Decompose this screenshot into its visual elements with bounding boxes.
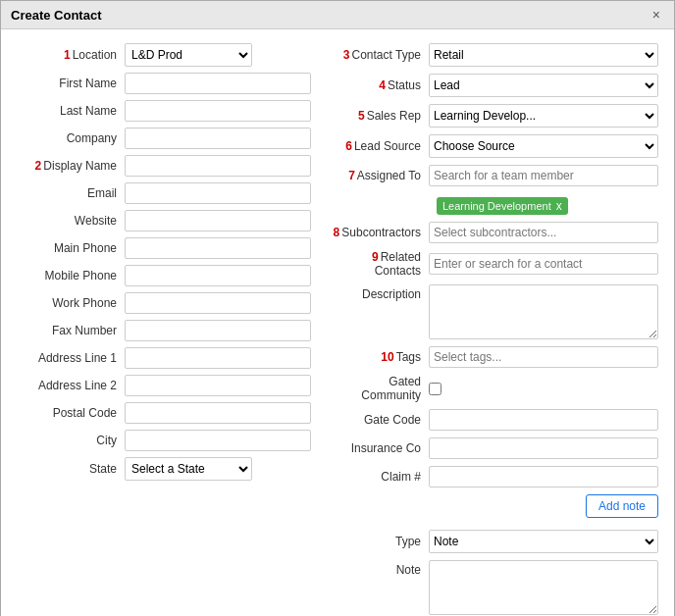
last-name-row: Last Name (17, 100, 311, 122)
website-input[interactable] (125, 210, 311, 231)
assigned-to-label: 7Assigned To (331, 169, 429, 182)
gate-code-input[interactable] (429, 409, 658, 431)
status-select[interactable]: Lead Active Inactive (429, 74, 658, 97)
step2-badge: 2 (35, 159, 42, 173)
step8-badge: 8 (334, 226, 340, 239)
company-label: Company (17, 131, 125, 145)
website-label: Website (17, 214, 125, 228)
gate-code-label: Gate Code (331, 413, 429, 427)
main-phone-input[interactable] (125, 237, 311, 259)
close-button[interactable]: × (649, 7, 664, 23)
add-note-container: Add note (331, 494, 658, 524)
website-row: Website (17, 210, 311, 231)
lead-source-row: 6Lead Source Choose Source Web Referral (331, 134, 658, 158)
subcontractors-row: 8Subcontractors (331, 222, 658, 243)
address2-input[interactable] (125, 375, 311, 396)
type-select[interactable]: Note Call Email (429, 530, 658, 553)
sales-rep-row: 5Sales Rep Learning Develop... Other (331, 104, 658, 128)
postal-code-input[interactable] (125, 402, 311, 424)
fax-number-label: Fax Number (17, 324, 125, 337)
address2-label: Address Line 2 (17, 379, 125, 392)
postal-code-label: Postal Code (17, 406, 125, 420)
add-note-button[interactable]: Add note (586, 494, 658, 518)
fax-number-row: Fax Number (17, 320, 311, 341)
subcontractors-input[interactable] (429, 222, 658, 243)
step5-badge: 5 (358, 109, 365, 123)
tags-row: 10Tags (331, 346, 658, 368)
note-textarea[interactable] (429, 560, 658, 615)
assigned-to-row: 7Assigned To (331, 165, 658, 186)
main-phone-row: Main Phone (17, 237, 311, 259)
gated-community-checkbox[interactable] (429, 383, 441, 395)
city-input[interactable] (125, 430, 311, 451)
description-textarea[interactable] (429, 284, 658, 339)
display-name-input[interactable] (125, 155, 311, 177)
address2-row: Address Line 2 (17, 375, 311, 396)
step1-badge: 1 (64, 48, 71, 62)
sales-rep-label: 5Sales Rep (331, 109, 429, 123)
tags-label: 10Tags (331, 350, 429, 364)
lead-source-label: 6Lead Source (331, 139, 429, 153)
contact-type-select[interactable]: Retail Commercial Other (429, 43, 658, 67)
tags-input[interactable] (429, 346, 658, 368)
display-name-label: 2Display Name (17, 159, 125, 173)
location-label: 1Location (17, 48, 125, 62)
mobile-phone-label: Mobile Phone (17, 269, 125, 282)
insurance-co-input[interactable] (429, 437, 658, 459)
step10-badge: 10 (381, 350, 393, 364)
create-contact-dialog: Create Contact × 1Location L&D Prod Opti… (0, 0, 675, 616)
postal-code-row: Postal Code (17, 402, 311, 424)
fax-number-input[interactable] (125, 320, 311, 341)
description-label: Description (331, 284, 429, 301)
assigned-tag-remove[interactable]: x (556, 199, 562, 213)
assigned-to-input[interactable] (429, 165, 658, 186)
assigned-tag-label: Learning Development (442, 200, 551, 212)
related-contacts-label: 9Related Contacts (331, 250, 429, 278)
email-row: Email (17, 182, 311, 204)
dialog-body: 1Location L&D Prod Option 2 First Name L… (1, 29, 674, 616)
work-phone-label: Work Phone (17, 296, 125, 310)
last-name-input[interactable] (125, 100, 311, 122)
description-row: Description (331, 284, 658, 339)
mobile-phone-input[interactable] (125, 265, 311, 286)
right-column: 3Contact Type Retail Commercial Other 4S… (331, 43, 658, 616)
address1-input[interactable] (125, 347, 311, 369)
work-phone-row: Work Phone (17, 292, 311, 314)
company-row: Company (17, 128, 311, 149)
address1-label: Address Line 1 (17, 351, 125, 365)
step4-badge: 4 (379, 78, 386, 92)
claim-input[interactable] (429, 466, 658, 488)
related-contacts-input[interactable] (429, 253, 658, 275)
first-name-input[interactable] (125, 73, 311, 94)
step3-badge: 3 (343, 48, 350, 62)
claim-label: Claim # (331, 470, 429, 484)
email-label: Email (17, 186, 125, 200)
step6-badge: 6 (345, 139, 352, 153)
status-label: 4Status (331, 78, 429, 92)
city-row: City (17, 430, 311, 451)
sales-rep-select[interactable]: Learning Develop... Other (429, 104, 658, 128)
lead-source-select[interactable]: Choose Source Web Referral (429, 134, 658, 158)
mobile-phone-row: Mobile Phone (17, 265, 311, 286)
state-label: State (17, 462, 125, 476)
assigned-tag-container: Learning Development x (331, 193, 658, 215)
claim-row: Claim # (331, 466, 658, 488)
city-label: City (17, 434, 125, 447)
note-row: Note (331, 560, 658, 615)
email-input[interactable] (125, 182, 311, 204)
status-row: 4Status Lead Active Inactive (331, 74, 658, 97)
note-label: Note (331, 560, 429, 577)
related-contacts-row: 9Related Contacts (331, 250, 658, 278)
gated-community-label: Gated Community (331, 375, 429, 402)
state-select[interactable]: Select a State Alabama California (125, 457, 252, 481)
step9-badge: 9 (372, 250, 379, 264)
state-row: State Select a State Alabama California (17, 457, 311, 481)
gated-community-row: Gated Community (331, 375, 658, 402)
subcontractors-label: 8Subcontractors (331, 226, 429, 239)
insurance-co-row: Insurance Co (331, 437, 658, 459)
work-phone-input[interactable] (125, 292, 311, 314)
dialog-title: Create Contact (11, 8, 101, 23)
company-input[interactable] (125, 128, 311, 149)
location-select[interactable]: L&D Prod Option 2 (125, 43, 252, 67)
first-name-row: First Name (17, 73, 311, 94)
